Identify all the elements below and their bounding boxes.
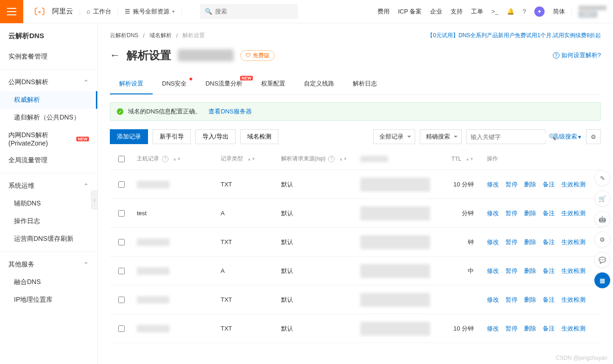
op-check[interactable]: 生效检测 bbox=[561, 324, 586, 333]
op-edit[interactable]: 修改 bbox=[487, 324, 499, 333]
sidebar-group-ops[interactable]: 系统运维⌃ bbox=[0, 177, 97, 195]
tab-weight[interactable]: 权重配置 bbox=[252, 74, 295, 94]
search-mode[interactable]: 精确搜索 bbox=[420, 129, 462, 144]
bc-1[interactable]: 云解析DNS bbox=[110, 32, 138, 40]
cart-button[interactable]: 🛒 bbox=[594, 191, 610, 206]
op-note[interactable]: 备注 bbox=[543, 267, 555, 275]
add-record-button[interactable]: 添加记录 bbox=[110, 129, 148, 144]
op-check[interactable]: 生效检测 bbox=[561, 180, 586, 189]
op-note[interactable]: 备注 bbox=[543, 209, 555, 218]
op-del[interactable]: 删除 bbox=[524, 209, 536, 218]
resource-scope[interactable]: ☰ 账号全部资源 ▾ bbox=[118, 7, 181, 16]
row-checkbox[interactable] bbox=[118, 181, 125, 188]
menu-toggle[interactable] bbox=[0, 0, 23, 23]
settings-rail-button[interactable]: ⚙ bbox=[594, 232, 610, 247]
op-check[interactable]: 生效检测 bbox=[561, 267, 586, 275]
op-del[interactable]: 删除 bbox=[524, 324, 536, 333]
op-note[interactable]: 备注 bbox=[543, 296, 555, 304]
banner-link[interactable]: 查看DNS服务器 bbox=[209, 107, 251, 116]
row-checkbox[interactable] bbox=[118, 325, 125, 332]
sidebar-item-instances[interactable]: 实例套餐管理 bbox=[0, 48, 97, 66]
sidebar-item-geoip[interactable]: IP地理位置库 bbox=[0, 291, 97, 309]
row-checkbox[interactable] bbox=[118, 297, 125, 303]
nav-enterprise[interactable]: 企业 bbox=[430, 7, 442, 16]
op-pause[interactable]: 暂停 bbox=[505, 324, 518, 333]
op-del[interactable]: 删除 bbox=[524, 238, 536, 246]
apps-button[interactable]: ▦ bbox=[594, 272, 610, 288]
app-launcher-icon[interactable]: ✦ bbox=[534, 7, 545, 17]
bc-2[interactable]: 域名解析 bbox=[149, 32, 172, 40]
sidebar-collapse[interactable]: ‹ bbox=[91, 191, 98, 209]
op-note[interactable]: 备注 bbox=[543, 324, 555, 333]
op-edit[interactable]: 修改 bbox=[487, 238, 499, 246]
edit-button[interactable]: ✎ bbox=[594, 170, 610, 186]
feedback-button[interactable]: 💬 bbox=[594, 252, 610, 268]
sort-icon[interactable]: ▲▼ bbox=[247, 158, 256, 160]
tab-traffic[interactable]: DNS流量分析NEW bbox=[196, 74, 251, 94]
bell-icon[interactable]: 🔔 bbox=[507, 8, 514, 15]
sidebar-item-hybrid[interactable]: 融合DNS bbox=[0, 273, 97, 291]
op-note[interactable]: 备注 bbox=[543, 180, 555, 189]
op-edit[interactable]: 修改 bbox=[487, 209, 499, 218]
help-link[interactable]: ?如何设置解析? bbox=[553, 51, 601, 60]
sidebar-item-gtm[interactable]: 全局流量管理 bbox=[0, 152, 97, 169]
op-pause[interactable]: 暂停 bbox=[505, 209, 518, 218]
global-search[interactable]: 🔍 bbox=[200, 4, 298, 19]
keyword-search[interactable]: 🔍 bbox=[466, 129, 546, 144]
row-checkbox[interactable] bbox=[118, 268, 125, 274]
op-check[interactable]: 生效检测 bbox=[561, 209, 586, 218]
tab-lines[interactable]: 自定义线路 bbox=[295, 74, 344, 94]
sidebar-item-logs[interactable]: 操作日志 bbox=[0, 212, 97, 230]
help-icon[interactable]: ? bbox=[162, 156, 168, 162]
shell-icon[interactable]: >_ bbox=[492, 8, 498, 15]
sidebar-item-cache[interactable]: 运营商DNS缓存刷新 bbox=[0, 230, 97, 248]
nav-icp[interactable]: ICP 备案 bbox=[398, 7, 422, 16]
op-pause[interactable]: 暂停 bbox=[505, 296, 518, 304]
promo-link[interactable]: 【0元试用】DNS全系列产品新用户免费试用1个月,试用实例续费8折起 bbox=[427, 32, 601, 40]
row-checkbox[interactable] bbox=[118, 210, 125, 217]
nav-ticket[interactable]: 工单 bbox=[471, 7, 483, 16]
advanced-search[interactable]: 高级搜索 ▾ bbox=[553, 132, 581, 141]
brand[interactable]: 〔-〕 阿里云 bbox=[23, 6, 80, 17]
nav-fee[interactable]: 费用 bbox=[377, 7, 390, 16]
help-icon[interactable]: ? bbox=[523, 8, 526, 15]
tab-log[interactable]: 解析日志 bbox=[344, 74, 386, 94]
select-all-checkbox[interactable] bbox=[118, 156, 125, 162]
settings-button[interactable]: ⚙ bbox=[586, 129, 601, 144]
sidebar-group-public[interactable]: 公网DNS解析⌃ bbox=[0, 73, 97, 91]
domain-check-button[interactable]: 域名检测 bbox=[240, 129, 278, 144]
sidebar-group-other[interactable]: 其他服务⌃ bbox=[0, 256, 97, 273]
search-input[interactable] bbox=[215, 8, 293, 15]
guide-button[interactable]: 新手引导 bbox=[153, 129, 191, 144]
account-menu[interactable]: 主账号 bbox=[572, 6, 613, 18]
row-checkbox[interactable] bbox=[118, 239, 125, 245]
op-check[interactable]: 生效检测 bbox=[561, 238, 586, 246]
back-arrow-icon[interactable]: ← bbox=[110, 49, 120, 61]
sidebar-item-recursive[interactable]: 递归解析（公共DNS） bbox=[0, 109, 97, 126]
op-del[interactable]: 删除 bbox=[524, 296, 536, 304]
sort-icon[interactable]: ▲▼ bbox=[339, 158, 347, 160]
sidebar-item-secondary[interactable]: 辅助DNS bbox=[0, 195, 97, 212]
workbench-link[interactable]: ⌂ 工作台 bbox=[80, 7, 118, 16]
op-edit[interactable]: 修改 bbox=[487, 296, 499, 304]
op-pause[interactable]: 暂停 bbox=[505, 238, 518, 246]
op-edit[interactable]: 修改 bbox=[487, 267, 499, 275]
robot-button[interactable]: 🤖 bbox=[594, 211, 610, 227]
keyword-input[interactable] bbox=[471, 133, 549, 140]
op-del[interactable]: 删除 bbox=[524, 267, 536, 275]
sidebar-item-auth[interactable]: 权威解析 bbox=[0, 91, 97, 109]
op-check[interactable]: 生效检测 bbox=[561, 296, 586, 304]
record-filter[interactable]: 全部记录 bbox=[373, 129, 415, 144]
tab-records[interactable]: 解析设置 bbox=[110, 74, 153, 94]
op-note[interactable]: 备注 bbox=[543, 238, 555, 246]
op-pause[interactable]: 暂停 bbox=[505, 267, 518, 275]
help-icon[interactable]: ? bbox=[328, 156, 335, 162]
import-export-button[interactable]: 导入/导出 bbox=[195, 129, 236, 144]
tab-security[interactable]: DNS安全 bbox=[153, 74, 196, 94]
op-pause[interactable]: 暂停 bbox=[505, 180, 518, 189]
lang-switch[interactable]: 简体 bbox=[553, 7, 565, 16]
sidebar-item-private[interactable]: 内网DNS解析 (PrivateZone)NEW bbox=[0, 126, 97, 152]
nav-support[interactable]: 支持 bbox=[451, 7, 463, 16]
sort-icon[interactable]: ▲▼ bbox=[465, 158, 474, 160]
op-del[interactable]: 删除 bbox=[524, 180, 536, 189]
